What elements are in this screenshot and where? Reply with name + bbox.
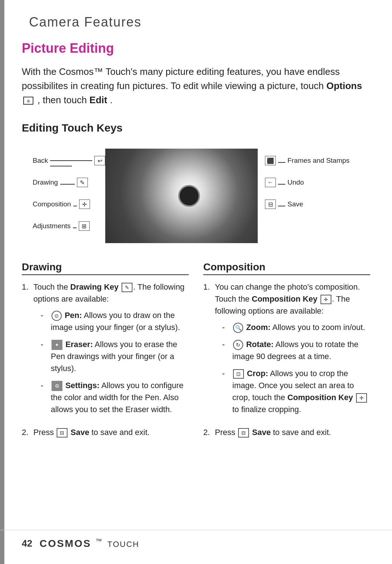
- rotate-label: Rotate:: [246, 340, 274, 349]
- eraser-dash: -: [41, 338, 48, 374]
- label-frames-stamps: ⬛ Frames and Stamps: [265, 156, 359, 165]
- composition-column: Composition 1. You can change the photo'…: [203, 261, 370, 444]
- label-back-line: [50, 160, 92, 161]
- label-drawing-line: [60, 178, 75, 186]
- frames-stamps-line: [278, 157, 285, 165]
- intro-paragraph: With the Cosmos™ Touch's many picture ed…: [22, 65, 370, 107]
- eraser-text: ✦ Eraser: Allows you to erase the Pen dr…: [51, 338, 189, 374]
- composition-save-icon: ⊟: [238, 428, 249, 438]
- composition-item-2-text: Press ⊟ Save to save and exit.: [215, 426, 331, 438]
- label-back-text: Back: [33, 157, 48, 165]
- label-adjustments-line: [73, 222, 77, 230]
- diagram-inner: Back ↩ Drawing ✎ Composition: [33, 145, 359, 247]
- label-adjustments: Adjustments ⊞: [33, 221, 105, 231]
- drawing-item-2-num: 2.: [22, 426, 30, 438]
- page-header: Camera Features: [22, 15, 370, 30]
- undo-icon: ←: [265, 178, 276, 187]
- drawing-bullet-pen: - ⊙ Pen: Allows you to draw on the image…: [41, 309, 189, 333]
- label-undo: ← Undo: [265, 178, 359, 187]
- label-frames-stamps-text: Frames and Stamps: [287, 157, 350, 165]
- composition-item-1: 1. You can change the photo's compositio…: [203, 281, 370, 420]
- drawing-item-1-text: Touch the Drawing Key ✎. The following o…: [33, 281, 189, 420]
- composition-item-1-text: You can change the photo's composition. …: [215, 281, 370, 420]
- composition-bullet-rotate: - ↻ Rotate: Allows you to rotate the ima…: [222, 338, 370, 362]
- options-label: Options: [326, 80, 362, 91]
- composition-key-icon: ✛: [320, 295, 331, 304]
- drawing-title: Drawing: [22, 261, 189, 275]
- settings-label: Settings:: [65, 381, 99, 390]
- undo-line: [278, 178, 285, 186]
- save-icon: ⊟: [265, 200, 276, 209]
- eraser-icon: ✦: [52, 340, 62, 350]
- frames-stamps-icon: ⬛: [265, 156, 276, 165]
- eraser-label: Eraser:: [65, 340, 93, 349]
- brand-tm: ™: [95, 537, 103, 545]
- back-icon: ↩: [94, 156, 105, 165]
- composition-item-2-num: 2.: [203, 426, 212, 438]
- drawing-list: 1. Touch the Drawing Key ✎. The followin…: [22, 281, 189, 438]
- diagram-container: Back ↩ Drawing ✎ Composition: [22, 145, 370, 247]
- composition-key-label: Composition Key: [252, 294, 318, 303]
- crop-icon: ⊡: [233, 369, 244, 379]
- drawing-bullet-eraser: - ✦ Eraser: Allows you to erase the Pen …: [41, 338, 189, 374]
- zoom-label: Zoom:: [246, 323, 270, 332]
- composition-bullet-zoom: - 🔍 Zoom: Allows you to zoom in/out.: [222, 321, 370, 333]
- pen-label: Pen:: [65, 311, 82, 320]
- drawing-icon: ✎: [77, 178, 88, 187]
- editing-touch-keys-title: Editing Touch Keys: [22, 122, 370, 134]
- label-back: Back ↩: [33, 156, 105, 165]
- diagram-left-labels: Back ↩ Drawing ✎ Composition: [33, 145, 105, 239]
- pen-dash: -: [41, 309, 48, 333]
- drawing-item-1-num: 1.: [22, 281, 30, 420]
- crop-text: ⊡ Crop: Allows you to crop the image. On…: [232, 367, 370, 415]
- intro-text-main: With the Cosmos™ Touch's many picture ed…: [22, 66, 340, 91]
- page-header-title: Camera Features: [29, 15, 142, 29]
- drawing-item-2: 2. Press ⊟ Save to save and exit.: [22, 426, 189, 438]
- two-column-section: Drawing 1. Touch the Drawing Key ✎. The …: [22, 261, 370, 444]
- settings-icon: ⚙: [52, 381, 62, 391]
- flower-center: [178, 185, 200, 207]
- zoom-text: 🔍 Zoom: Allows you to zoom in/out.: [232, 321, 365, 333]
- label-undo-text: Undo: [287, 178, 304, 186]
- section-title: Picture Editing: [22, 41, 370, 56]
- label-save-text: Save: [287, 200, 303, 208]
- composition-save-label: Save: [252, 428, 270, 437]
- label-drawing-text: Drawing: [33, 178, 58, 186]
- drawing-item-1: 1. Touch the Drawing Key ✎. The followin…: [22, 281, 189, 420]
- options-icon: ≡: [23, 97, 33, 105]
- edit-label: Edit: [89, 94, 107, 105]
- composition-icon: ✛: [79, 200, 90, 209]
- composition-item-1-num: 1.: [203, 281, 212, 420]
- pen-icon: ⊙: [52, 311, 62, 321]
- composition-item-2: 2. Press ⊟ Save to save and exit.: [203, 426, 370, 438]
- left-accent-bar: [0, 0, 4, 564]
- drawing-save-icon: ⊟: [57, 428, 68, 438]
- drawing-bullets: - ⊙ Pen: Allows you to draw on the image…: [33, 309, 189, 415]
- composition-title: Composition: [203, 261, 370, 275]
- label-composition-text: Composition: [33, 200, 71, 208]
- camera-image: [105, 149, 258, 243]
- zoom-dash: -: [222, 321, 229, 333]
- intro-period: .: [110, 94, 113, 105]
- save-line: [278, 200, 285, 208]
- brand-name: COSMOS: [40, 538, 91, 549]
- settings-text: ⚙ Settings: Allows you to configure the …: [51, 379, 189, 415]
- rotate-icon: ↻: [233, 340, 243, 350]
- label-composition-line: [73, 200, 77, 208]
- crop-label: Crop:: [247, 369, 268, 378]
- rotate-text: ↻ Rotate: Allows you to rotate the image…: [232, 338, 370, 362]
- crop-dash: -: [222, 367, 229, 415]
- drawing-key-icon: ✎: [122, 283, 132, 292]
- adjustments-icon: ⊞: [79, 221, 90, 231]
- composition-bullet-crop: - ⊡ Crop: Allows you to crop the image. …: [222, 367, 370, 415]
- label-save: ⊟ Save: [265, 200, 359, 209]
- diagram-right-labels: ⬛ Frames and Stamps ← Undo ⊟: [265, 145, 359, 239]
- label-composition: Composition ✛: [33, 200, 105, 209]
- settings-dash: -: [41, 379, 48, 415]
- pen-text: ⊙ Pen: Allows you to draw on the image u…: [51, 309, 189, 333]
- composition-list: 1. You can change the photo's compositio…: [203, 281, 370, 438]
- drawing-item-2-text: Press ⊟ Save to save and exit.: [33, 426, 150, 438]
- composition-bullets: - 🔍 Zoom: Allows you to zoom in/out. - ↻: [215, 321, 370, 415]
- brand: COSMOS ™ TOUCH: [40, 537, 139, 549]
- drawing-save-label: Save: [70, 428, 89, 437]
